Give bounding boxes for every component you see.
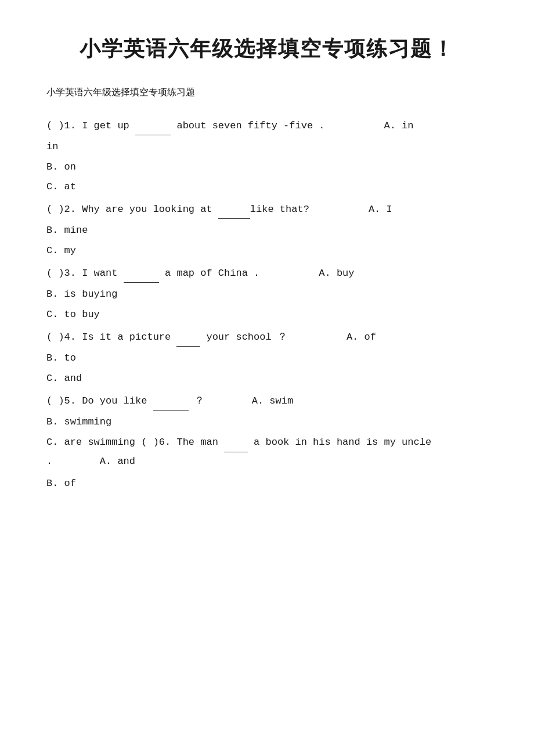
subtitle: 小学英语六年级选择填空专项练习题 (46, 87, 488, 99)
option-3-b: B. is buying (46, 285, 488, 304)
blank-5 (153, 391, 189, 411)
question-6-options: B. of (46, 474, 488, 493)
question-5-text: ( )5. Do you like ？ A. swim (46, 391, 488, 411)
option-4-c: C. and (46, 369, 488, 388)
question-4: ( )4. Is it a picture your school ？ A. o… (46, 327, 488, 388)
question-2-text: ( )2. Why are you looking at like that? … (46, 200, 488, 219)
question-4-text: ( )4. Is it a picture your school ？ A. o… (46, 327, 488, 347)
option-1-c: C. at (46, 178, 488, 196)
option-6-b: B. of (46, 474, 488, 493)
page-title: 小学英语六年级选择填空专项练习题！ (46, 35, 488, 63)
option-3-c: C. to buy (46, 305, 488, 324)
option-5-b: B. swimming (46, 413, 488, 431)
question-3: ( )3. I want a map of China . A. buy B. … (46, 264, 488, 324)
blank-6 (224, 433, 248, 452)
option-2-c: C. my (46, 242, 488, 260)
blank-1 (135, 116, 171, 135)
blank-3 (124, 264, 159, 283)
option-2-b: B. mine (46, 221, 488, 240)
option-4-b: B. to (46, 349, 488, 368)
blank-4 (176, 327, 200, 347)
question-1: ( )1. I get up about seven fifty -five .… (46, 116, 488, 196)
question-2: ( )2. Why are you looking at like that? … (46, 200, 488, 260)
question-5: ( )5. Do you like ？ A. swim B. swimming … (46, 391, 488, 471)
option-1-b: B. on (46, 158, 488, 177)
question-3-text: ( )3. I want a map of China . A. buy (46, 264, 488, 283)
question-1-text: ( )1. I get up about seven fifty -five .… (46, 116, 488, 135)
option-1-extra: in (46, 138, 488, 156)
blank-2 (218, 200, 250, 219)
option-5-c-and-q6: C. are swimming ( )6. The man a book in … (46, 433, 488, 471)
